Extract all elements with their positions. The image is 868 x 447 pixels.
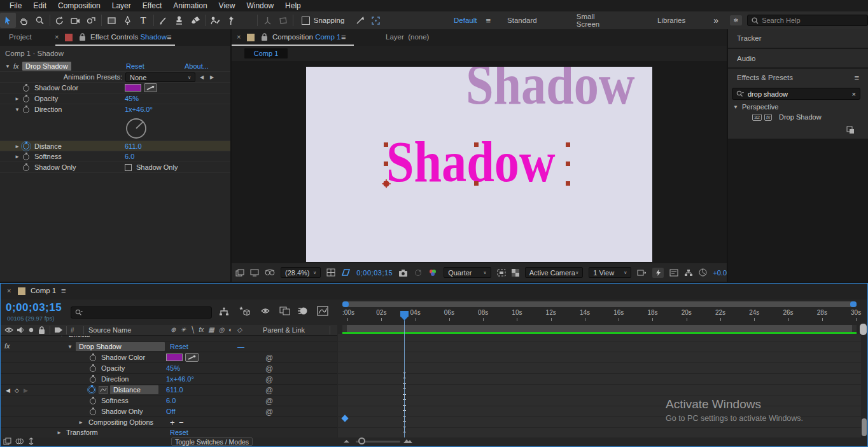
stopwatch-icon[interactable] — [23, 154, 29, 160]
frame-blending-icon[interactable] — [279, 306, 290, 315]
animation-presets-dropdown[interactable]: None∨ — [125, 72, 195, 82]
menu-item[interactable]: Layer — [106, 1, 137, 10]
mini-flowchart-icon[interactable] — [219, 307, 229, 317]
stopwatch-icon[interactable] — [23, 96, 29, 102]
playhead-line[interactable] — [404, 320, 405, 437]
selection-handle[interactable] — [474, 142, 479, 147]
sidebar-panel[interactable]: Tracker — [728, 29, 868, 47]
expand-triangle-icon[interactable]: ► — [78, 420, 83, 425]
remove-reference-icon[interactable]: − — [179, 418, 184, 427]
transparency-grid-icon[interactable] — [512, 269, 519, 277]
brush-tool-icon[interactable] — [155, 13, 171, 28]
workspace-overflow-chevron[interactable]: » — [713, 15, 718, 25]
flowchart-icon[interactable] — [684, 269, 693, 277]
magnification-dropdown[interactable]: (28.4%)∨ — [281, 267, 321, 278]
row-value[interactable]: 611.0 — [166, 386, 183, 394]
effect-name[interactable]: Drop Shadow — [22, 62, 71, 71]
stopwatch-icon[interactable] — [90, 355, 96, 361]
shadow-color-swatch[interactable] — [166, 354, 183, 361]
draft-3d-icon[interactable] — [239, 306, 250, 317]
stopwatch-icon[interactable] — [90, 409, 96, 415]
row-opacity[interactable]: Opacity 45% @ — [1, 363, 337, 374]
expand-triangle-icon[interactable]: ► — [15, 154, 20, 160]
composition-canvas[interactable]: Shadow Shadow — [306, 67, 652, 262]
row-label-selected[interactable]: Drop Shadow — [76, 342, 165, 351]
prop-value[interactable]: 1x+46.0° — [125, 106, 153, 113]
roto-brush-tool-icon[interactable] — [207, 13, 223, 28]
panel-menu-icon[interactable]: ≡ — [167, 32, 172, 42]
expand-triangle-icon[interactable]: ▼ — [5, 64, 10, 69]
clear-search-icon[interactable]: × — [852, 90, 856, 98]
pickwhip-icon[interactable]: @ — [265, 364, 273, 373]
zoom-in-mountain-icon[interactable] — [403, 437, 413, 444]
shadow-color-swatch[interactable] — [125, 84, 141, 92]
stopwatch-icon[interactable] — [23, 165, 29, 171]
selection-handle[interactable] — [566, 181, 570, 186]
effect-about-link[interactable]: About... — [185, 62, 209, 70]
frame-blend-all-icon[interactable] — [15, 437, 24, 445]
anchor-point-icon[interactable] — [381, 179, 391, 189]
stopwatch-icon[interactable] — [90, 398, 96, 404]
stopwatch-active-icon[interactable] — [23, 143, 29, 149]
prop-value[interactable]: 611.0 — [125, 142, 142, 150]
shy-layers-icon[interactable] — [260, 306, 270, 315]
row-effects[interactable]: ▼ Effects — [1, 336, 337, 341]
panel-menu-icon[interactable]: ≡ — [61, 286, 66, 296]
collapse-triangle-icon[interactable]: ▼ — [733, 104, 738, 110]
mask-visibility-icon[interactable] — [341, 268, 351, 277]
expand-layers-icon[interactable] — [3, 437, 11, 445]
effects-search-input[interactable] — [748, 90, 849, 98]
workspace-menu-icon[interactable]: ≡ — [486, 16, 491, 25]
menu-item[interactable]: File — [4, 1, 27, 10]
switch-column-icon[interactable]: ◎ — [219, 326, 225, 333]
row-compositing-options[interactable]: ► Compositing Options + − — [1, 417, 337, 428]
timeline-search-box[interactable] — [71, 306, 212, 319]
switch-column-icon[interactable]: ⊕ — [171, 326, 176, 333]
close-icon[interactable]: × — [237, 33, 241, 41]
effect-reset-link[interactable]: Reset — [126, 62, 144, 70]
reset-link[interactable]: Reset — [170, 429, 188, 436]
primary-viewer-icon[interactable] — [250, 269, 259, 277]
snapping-checkbox[interactable] — [302, 17, 310, 25]
prop-value[interactable]: 45% — [125, 95, 139, 102]
timeline-search-input[interactable] — [87, 309, 207, 317]
keyframe-add-icon[interactable]: ◇ — [15, 387, 19, 394]
time-ruler[interactable]: :00s02s04s06s08s10s12s14s16s18s20s22s24s… — [342, 309, 861, 325]
row-drop-shadow[interactable]: fx ▼ Drop Shadow Reset — — [1, 341, 337, 352]
next-preset-icon[interactable]: ▶ — [210, 74, 214, 80]
resolution-dropdown[interactable]: Quarter∨ — [444, 267, 491, 278]
zoom-out-mountain-icon[interactable] — [343, 438, 350, 443]
vertical-scrollbar-thumb[interactable] — [862, 418, 867, 436]
eyedropper-icon[interactable] — [185, 353, 199, 362]
effects-item-drop-shadow[interactable]: Drop Shadow — [779, 113, 822, 121]
pen-tool-icon[interactable] — [120, 13, 136, 28]
type-tool-icon[interactable]: T — [136, 13, 151, 28]
help-search-input[interactable] — [762, 17, 864, 24]
workspace-tab-small-screen[interactable]: Small Screen — [577, 13, 618, 28]
menu-item[interactable]: Effect — [137, 1, 167, 10]
eraser-tool-icon[interactable] — [187, 13, 203, 28]
keyframe-diamond[interactable] — [341, 415, 348, 422]
tab-project[interactable]: Project — [9, 33, 32, 41]
selection-handle[interactable] — [566, 142, 570, 147]
row-shadow-only[interactable]: Shadow Only Off @ — [1, 406, 337, 417]
expand-triangle-icon[interactable]: ► — [15, 144, 20, 149]
menu-item[interactable]: Window — [241, 1, 279, 10]
motion-blur-all-icon[interactable] — [27, 437, 35, 445]
direction-dial[interactable] — [123, 116, 149, 141]
zoom-handle-left[interactable] — [342, 301, 349, 307]
eyedropper-icon[interactable] — [144, 83, 157, 92]
switch-column-icon[interactable]: ╲ — [190, 326, 194, 333]
row-transform[interactable]: ► Transform Reset — [1, 428, 337, 437]
view-axis-mode-icon[interactable] — [275, 13, 291, 28]
share-view-icon[interactable] — [637, 269, 647, 277]
pickwhip-icon[interactable]: @ — [265, 386, 273, 395]
keyframe-prev-icon[interactable]: ◀ — [6, 387, 10, 394]
snapshot-icon[interactable] — [398, 269, 408, 277]
hand-tool-icon[interactable] — [16, 13, 32, 28]
menu-item[interactable]: Animation — [167, 1, 213, 10]
panel-menu-icon[interactable]: ≡ — [341, 32, 346, 42]
pickwhip-icon[interactable]: @ — [265, 408, 273, 416]
pickwhip-icon[interactable]: @ — [265, 397, 273, 406]
camera-view-dropdown[interactable]: Active Camera∨ — [525, 267, 584, 278]
